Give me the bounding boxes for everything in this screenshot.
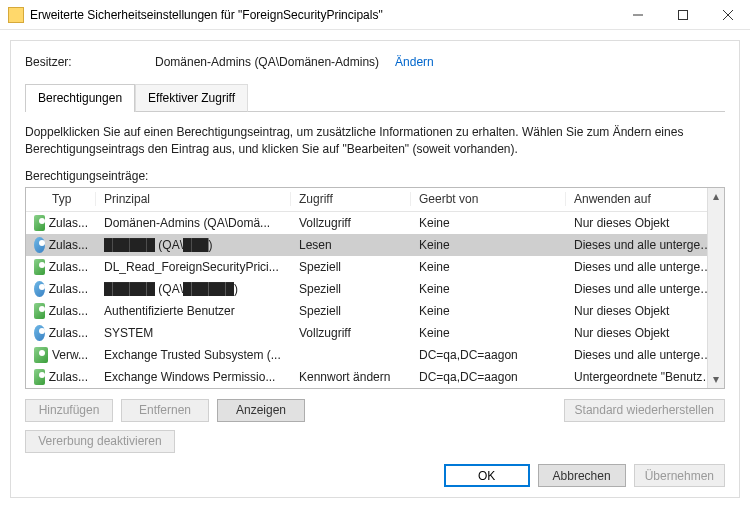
col-type[interactable]: Typ xyxy=(26,192,96,206)
group-icon xyxy=(34,215,45,231)
table-row[interactable]: Zulas...Authentifizierte BenutzerSpeziel… xyxy=(26,300,724,322)
cell-apply: Nur dieses Objekt xyxy=(566,326,724,340)
owner-label: Besitzer: xyxy=(25,55,155,69)
group-icon xyxy=(34,347,48,363)
add-button[interactable]: Hinzufügen xyxy=(25,399,113,422)
owner-value: Domänen-Admins (QA\Domänen-Admins) xyxy=(155,55,379,69)
folder-icon xyxy=(8,7,24,23)
ok-button[interactable]: OK xyxy=(444,464,530,487)
cell-apply: Dieses und alle untergeordnet... xyxy=(566,348,724,362)
cell-principal: Exchange Windows Permissio... xyxy=(96,370,291,384)
cell-inherited: DC=qa,DC=aagon xyxy=(411,370,566,384)
cancel-button[interactable]: Abbrechen xyxy=(538,464,626,487)
table-row[interactable]: Zulas...Domänen-Admins (QA\Domä...Vollzu… xyxy=(26,212,724,234)
cell-access: Lesen xyxy=(291,238,411,252)
cell-type: Zulas... xyxy=(49,326,88,340)
table-row[interactable]: Zulas...Exchange Windows Permissio...Ken… xyxy=(26,366,724,388)
cell-type: Zulas... xyxy=(49,216,88,230)
group-icon xyxy=(34,369,45,385)
entries-label: Berechtigungseinträge: xyxy=(25,169,725,183)
col-principal[interactable]: Prinzipal xyxy=(96,192,291,206)
group-icon xyxy=(34,259,45,275)
cell-inherited: Keine xyxy=(411,326,566,340)
permissions-list[interactable]: Typ Prinzipal Zugriff Geerbt von Anwende… xyxy=(25,187,725,389)
svg-rect-1 xyxy=(678,10,687,19)
list-header: Typ Prinzipal Zugriff Geerbt von Anwende… xyxy=(26,188,724,212)
cell-type: Zulas... xyxy=(49,260,88,274)
group-icon xyxy=(34,303,45,319)
table-row[interactable]: Zulas...██████ (QA\██████)SpeziellKeineD… xyxy=(26,278,724,300)
help-text: Doppelklicken Sie auf einen Berechtigung… xyxy=(25,124,725,159)
cell-inherited: Keine xyxy=(411,304,566,318)
main-panel: Besitzer: Domänen-Admins (QA\Domänen-Adm… xyxy=(10,40,740,498)
cell-principal: SYSTEM xyxy=(96,326,291,340)
action-buttons-row: Hinzufügen Entfernen Anzeigen Standard w… xyxy=(25,399,725,422)
cell-type: Zulas... xyxy=(49,304,88,318)
owner-change-link[interactable]: Ändern xyxy=(395,55,434,69)
cell-inherited: Keine xyxy=(411,282,566,296)
window-title: Erweiterte Sicherheitseinstellungen für … xyxy=(30,8,615,22)
col-access[interactable]: Zugriff xyxy=(291,192,411,206)
cell-apply: Untergeordnete "Benutzer"-O... xyxy=(566,370,724,384)
user-icon xyxy=(34,237,45,253)
table-row[interactable]: Zulas...██████ (QA\███)LesenKeineDieses … xyxy=(26,234,724,256)
user-icon xyxy=(34,325,45,341)
cell-apply: Nur dieses Objekt xyxy=(566,216,724,230)
cell-inherited: Keine xyxy=(411,260,566,274)
inherit-row: Vererbung deaktivieren xyxy=(25,430,725,453)
tab-effective-access[interactable]: Effektiver Zugriff xyxy=(135,84,248,112)
table-row[interactable]: Zulas...SYSTEMVollzugriffKeineNur dieses… xyxy=(26,322,724,344)
cell-principal: Authentifizierte Benutzer xyxy=(96,304,291,318)
cell-type: Zulas... xyxy=(49,282,88,296)
cell-apply: Dieses und alle untergeordnet... xyxy=(566,238,724,252)
titlebar: Erweiterte Sicherheitseinstellungen für … xyxy=(0,0,750,30)
owner-row: Besitzer: Domänen-Admins (QA\Domänen-Adm… xyxy=(25,55,725,69)
cell-access: Speziell xyxy=(291,304,411,318)
cell-principal: Domänen-Admins (QA\Domä... xyxy=(96,216,291,230)
maximize-button[interactable] xyxy=(660,0,705,29)
table-row[interactable]: Verw...Exchange Trusted Subsystem (...DC… xyxy=(26,344,724,366)
cell-type: Zulas... xyxy=(49,238,88,252)
col-inherited[interactable]: Geerbt von xyxy=(411,192,566,206)
cell-access: Kennwort ändern xyxy=(291,370,411,384)
table-row[interactable]: Zulas...DL_Read_ForeignSecurityPrici...S… xyxy=(26,256,724,278)
cell-apply: Dieses und alle untergeordnet... xyxy=(566,282,724,296)
scroll-down-icon[interactable]: ▾ xyxy=(708,371,724,388)
cell-apply: Dieses und alle untergeordnet... xyxy=(566,260,724,274)
minimize-button[interactable] xyxy=(615,0,660,29)
col-apply[interactable]: Anwenden auf xyxy=(566,192,724,206)
user-icon xyxy=(34,281,45,297)
cell-principal: DL_Read_ForeignSecurityPrici... xyxy=(96,260,291,274)
cell-type: Verw... xyxy=(52,348,88,362)
disable-inheritance-button[interactable]: Vererbung deaktivieren xyxy=(25,430,175,453)
table-row[interactable]: Zulas...████████████Kennwort ändernDC=qa… xyxy=(26,388,724,389)
cell-access: Speziell xyxy=(291,260,411,274)
cell-principal: Exchange Trusted Subsystem (... xyxy=(96,348,291,362)
cell-inherited: Keine xyxy=(411,238,566,252)
cell-access: Speziell xyxy=(291,282,411,296)
restore-defaults-button[interactable]: Standard wiederherstellen xyxy=(564,399,725,422)
tab-permissions[interactable]: Berechtigungen xyxy=(25,84,135,112)
view-button[interactable]: Anzeigen xyxy=(217,399,305,422)
close-button[interactable] xyxy=(705,0,750,29)
window-controls xyxy=(615,0,750,29)
cell-type: Zulas... xyxy=(49,370,88,384)
cell-access: Vollzugriff xyxy=(291,216,411,230)
cell-apply: Nur dieses Objekt xyxy=(566,304,724,318)
remove-button[interactable]: Entfernen xyxy=(121,399,209,422)
scrollbar[interactable]: ▴ ▾ xyxy=(707,188,724,388)
apply-button[interactable]: Übernehmen xyxy=(634,464,725,487)
dialog-footer: OK Abbrechen Übernehmen xyxy=(25,454,725,487)
cell-inherited: Keine xyxy=(411,216,566,230)
cell-principal: ██████ (QA\███) xyxy=(96,238,291,252)
cell-inherited: DC=qa,DC=aagon xyxy=(411,348,566,362)
tabs: Berechtigungen Effektiver Zugriff xyxy=(25,83,725,112)
cell-access: Vollzugriff xyxy=(291,326,411,340)
scroll-up-icon[interactable]: ▴ xyxy=(708,188,724,205)
cell-principal: ██████ (QA\██████) xyxy=(96,282,291,296)
